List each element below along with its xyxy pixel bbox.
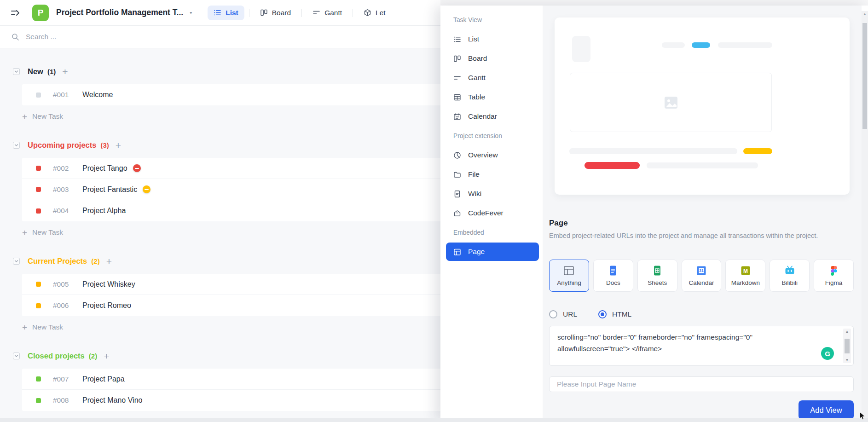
embed-option-sheets[interactable]: Sheets bbox=[637, 260, 677, 292]
menu-section-label: Embedded bbox=[446, 229, 484, 236]
new-task-label: New Task bbox=[32, 323, 63, 331]
folder-icon bbox=[453, 171, 461, 179]
drawer-scrollbar[interactable]: ▲ bbox=[862, 11, 868, 422]
layout-icon bbox=[563, 265, 574, 276]
google-sheets-icon bbox=[652, 265, 663, 276]
embed-option-calendar[interactable]: 31 Calendar bbox=[682, 260, 722, 292]
radio-html-label[interactable]: HTML bbox=[612, 310, 631, 318]
status-icon[interactable] bbox=[36, 282, 41, 287]
scrollbar-thumb[interactable] bbox=[862, 23, 867, 129]
task-id: #004 bbox=[53, 207, 75, 215]
skeleton-pill bbox=[718, 42, 772, 48]
no-entry-badge bbox=[143, 185, 150, 193]
embed-option-figma[interactable]: Figma bbox=[814, 260, 854, 292]
markdown-icon: M bbox=[740, 265, 751, 276]
scrollbar-thumb[interactable] bbox=[845, 339, 850, 353]
menu-item-codefever[interactable]: CodeFever bbox=[446, 204, 539, 222]
page-name-input[interactable] bbox=[549, 376, 854, 392]
tab-list[interactable]: List bbox=[208, 6, 244, 20]
menu-item-table[interactable]: Table bbox=[446, 88, 539, 106]
radio-url-label[interactable]: URL bbox=[563, 310, 577, 318]
horizontal-scrollbar[interactable] bbox=[0, 418, 868, 422]
workspace-logo[interactable]: P bbox=[32, 5, 49, 21]
scroll-up-icon[interactable]: ▲ bbox=[862, 12, 868, 16]
task-title[interactable]: Welcome bbox=[82, 91, 113, 99]
collapse-group-button[interactable] bbox=[13, 68, 20, 75]
embed-options: Anything Docs Shee bbox=[549, 260, 854, 292]
embed-option-label: Bilibili bbox=[781, 279, 798, 286]
group-name: Closed projects bbox=[28, 352, 85, 360]
svg-text:31: 31 bbox=[699, 268, 704, 273]
task-title[interactable]: Project Alpha bbox=[82, 207, 126, 215]
group-count: (2) bbox=[89, 352, 97, 360]
embed-option-label: Calendar bbox=[689, 279, 714, 286]
menu-item-file[interactable]: File bbox=[446, 165, 539, 184]
skeleton-bar-yellow bbox=[743, 148, 772, 154]
radio-html[interactable] bbox=[598, 310, 607, 318]
task-title[interactable]: Project Romeo bbox=[82, 301, 131, 310]
menu-item-board[interactable]: Board bbox=[446, 49, 539, 68]
figma-icon bbox=[828, 265, 839, 276]
collapse-group-button[interactable] bbox=[13, 353, 20, 359]
menu-item-label: Board bbox=[468, 54, 487, 63]
menu-item-label: Overview bbox=[468, 151, 498, 159]
menu-item-calendar[interactable]: Calendar bbox=[446, 107, 539, 126]
view-type-menu: Task View List Board Gantt Table bbox=[440, 6, 543, 422]
status-icon[interactable] bbox=[36, 187, 41, 192]
task-title[interactable]: Project Papa bbox=[82, 375, 125, 383]
add-task-icon[interactable]: + bbox=[62, 67, 68, 76]
status-icon[interactable] bbox=[36, 92, 41, 98]
divider bbox=[301, 9, 302, 17]
add-task-icon[interactable]: + bbox=[116, 140, 121, 150]
task-title[interactable]: Project Mano Vino bbox=[82, 396, 142, 405]
add-view-button[interactable]: Add View bbox=[799, 400, 854, 420]
task-title[interactable]: Project Tango bbox=[82, 164, 127, 173]
menu-item-overview[interactable]: Overview bbox=[446, 146, 539, 164]
workspace-title[interactable]: Project Portfolio Management T... bbox=[56, 8, 183, 17]
radio-url[interactable] bbox=[549, 310, 557, 318]
task-title[interactable]: Project Whiskey bbox=[82, 280, 135, 289]
new-task-label: New Task bbox=[32, 228, 63, 237]
menu-item-page[interactable]: Page bbox=[446, 243, 539, 261]
mouse-cursor bbox=[859, 411, 867, 421]
group-name: New bbox=[28, 67, 43, 76]
add-task-icon[interactable]: + bbox=[106, 256, 112, 266]
status-icon[interactable] bbox=[36, 208, 41, 214]
task-title[interactable]: Project Fantastic bbox=[82, 185, 137, 194]
embed-option-bilibili[interactable]: Bilibili bbox=[770, 260, 810, 292]
collapse-group-button[interactable] bbox=[13, 142, 20, 149]
menu-item-label: Calendar bbox=[468, 112, 497, 121]
house-icon bbox=[453, 209, 461, 217]
textarea-scrollbar[interactable]: ▲ ▼ bbox=[843, 329, 851, 363]
new-task-label: New Task bbox=[32, 112, 63, 121]
scroll-down-icon[interactable]: ▼ bbox=[843, 358, 851, 362]
tab-lets[interactable]: Let bbox=[358, 6, 392, 20]
search-icon bbox=[12, 33, 19, 41]
pie-chart-icon bbox=[453, 151, 461, 159]
tab-board[interactable]: Board bbox=[254, 6, 297, 20]
grammarly-icon[interactable]: G bbox=[821, 347, 834, 360]
embed-option-anything[interactable]: Anything bbox=[549, 260, 589, 292]
google-calendar-icon: 31 bbox=[696, 265, 707, 276]
sidebar-toggle-icon[interactable] bbox=[10, 8, 20, 18]
menu-item-wiki[interactable]: Wiki bbox=[446, 185, 539, 203]
menu-item-list[interactable]: List bbox=[446, 30, 539, 48]
scroll-up-icon[interactable]: ▲ bbox=[843, 330, 851, 334]
status-icon[interactable] bbox=[36, 303, 41, 308]
task-id: #001 bbox=[53, 91, 75, 99]
board-icon bbox=[260, 9, 268, 17]
chevron-down-icon[interactable]: ▾ bbox=[190, 10, 192, 15]
html-code-textarea[interactable]: scrolling="no" border="0" frameborder="n… bbox=[550, 326, 853, 365]
search-input[interactable] bbox=[26, 33, 311, 41]
add-task-icon[interactable]: + bbox=[104, 351, 109, 361]
status-icon[interactable] bbox=[36, 398, 41, 403]
embed-option-markdown[interactable]: M Markdown bbox=[725, 260, 765, 292]
embed-option-docs[interactable]: Docs bbox=[593, 260, 633, 292]
collapse-group-button[interactable] bbox=[13, 258, 20, 265]
status-icon[interactable] bbox=[36, 166, 41, 171]
tab-gantt[interactable]: Gantt bbox=[307, 6, 348, 20]
status-icon[interactable] bbox=[36, 376, 41, 382]
chevron-down-icon bbox=[14, 259, 18, 263]
menu-item-gantt[interactable]: Gantt bbox=[446, 69, 539, 87]
task-id: #003 bbox=[53, 185, 75, 194]
